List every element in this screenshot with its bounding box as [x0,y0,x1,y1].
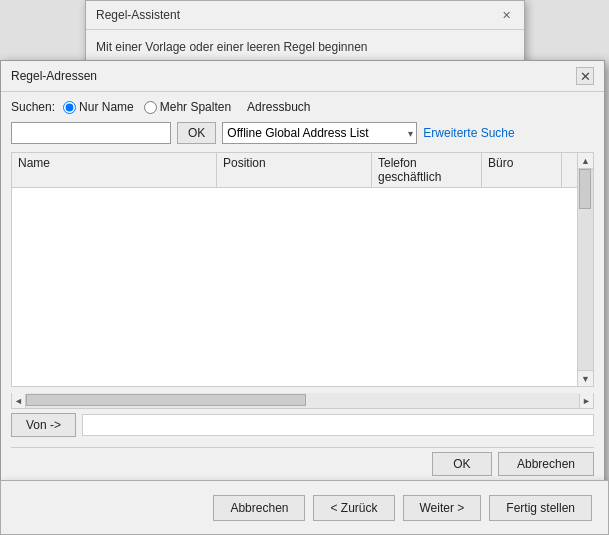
regel-assistent-window: Regel-Assistent ✕ Mit einer Vorlage oder… [85,0,525,65]
dialog-ok-button[interactable]: OK [432,452,492,476]
bg-window-titlebar: Regel-Assistent ✕ [86,1,524,30]
col-header-name: Name [12,153,217,187]
table-header: Name Position Telefon geschäftlich Büro [12,153,593,188]
h-scroll-thumb[interactable] [26,394,306,406]
h-scroll-right-btn[interactable]: ► [579,394,593,408]
search-label-row: Suchen: Nur Name Mehr Spalten Adressbuch [11,100,594,114]
adressbuch-select-wrapper: Offline Global Address List [222,122,417,144]
radio-nur-name-text: Nur Name [79,100,134,114]
bottom-fertig-button[interactable]: Fertig stellen [489,495,592,521]
von-button[interactable]: Von -> [11,413,76,437]
bottom-weiter-button[interactable]: Weiter > [403,495,482,521]
dialog-close-btn[interactable]: ✕ [576,67,594,85]
bg-window-close-btn[interactable]: ✕ [498,7,514,23]
dialog-abbrechen-button[interactable]: Abbrechen [498,452,594,476]
v-scroll-down-btn[interactable]: ▼ [578,370,593,386]
recipient-field [82,414,594,436]
table-body[interactable] [12,188,593,387]
radio-mehr-spalten-label[interactable]: Mehr Spalten [144,100,231,114]
dialog-titlebar: Regel-Adressen ✕ [1,61,604,92]
suchen-label: Suchen: [11,100,55,114]
dialog-body: Suchen: Nur Name Mehr Spalten Adressbuch… [1,92,604,488]
bottom-zurueck-button[interactable]: < Zurück [313,495,394,521]
v-scroll-up-btn[interactable]: ▲ [578,153,593,169]
col-header-telefon: Telefon geschäftlich [372,153,482,187]
bottom-bar: Abbrechen < Zurück Weiter > Fertig stell… [0,480,609,535]
col-header-position: Position [217,153,372,187]
erweiterte-suche-link[interactable]: Erweiterte Suche [423,126,514,140]
h-scroll-left-btn[interactable]: ◄ [12,394,26,408]
bottom-abbrechen-button[interactable]: Abbrechen [213,495,305,521]
search-ok-button[interactable]: OK [177,122,216,144]
adressbuch-label: Adressbuch [247,100,310,114]
bg-window-title: Regel-Assistent [96,8,180,22]
regel-adressen-dialog: Regel-Adressen ✕ Suchen: Nur Name Mehr S… [0,60,605,489]
von-row: Von -> [11,413,594,437]
v-scroll-track[interactable] [578,169,593,370]
col-header-buero: Büro [482,153,562,187]
v-scroll-thumb[interactable] [579,169,591,209]
vertical-scrollbar[interactable]: ▲ ▼ [577,153,593,386]
bg-window-content: Mit einer Vorlage oder einer leeren Rege… [86,30,524,64]
radio-mehr-spalten-text: Mehr Spalten [160,100,231,114]
address-table: Name Position Telefon geschäftlich Büro … [11,152,594,387]
horizontal-scrollbar[interactable]: ◄ ► [11,393,594,409]
adressbuch-select[interactable]: Offline Global Address List [222,122,417,144]
dialog-button-row: OK Abbrechen [11,447,594,480]
h-scroll-track[interactable] [26,393,579,408]
search-input-row: OK Offline Global Address List Erweitert… [11,122,594,144]
radio-group: Nur Name Mehr Spalten [63,100,231,114]
radio-mehr-spalten[interactable] [144,101,157,114]
search-input[interactable] [11,122,171,144]
dialog-title: Regel-Adressen [11,69,97,83]
radio-nur-name-label[interactable]: Nur Name [63,100,134,114]
radio-nur-name[interactable] [63,101,76,114]
